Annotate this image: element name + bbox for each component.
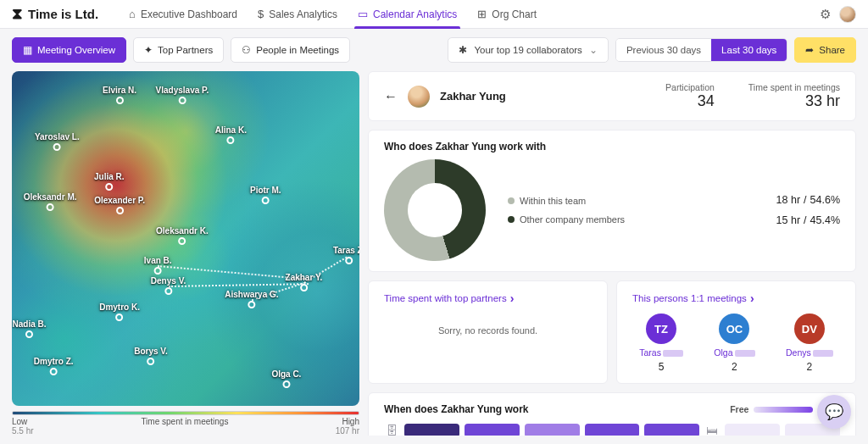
legend-label: Within this team [520, 196, 586, 206]
person-item[interactable]: DVDenys2 [786, 314, 833, 373]
legend-within-team: Within this team [508, 196, 625, 206]
tab-sales-analytics[interactable]: $ Sales Analytics [248, 0, 348, 29]
avatar-initials: DV [794, 314, 825, 344]
profile-name: Zakhar Yung [440, 90, 506, 103]
pin-icon [262, 197, 270, 204]
one-on-one-card: This persons 1:1 meetings › TZTaras5OCOl… [616, 280, 856, 384]
tab-org-chart[interactable]: ⊞ Org Chart [467, 0, 547, 29]
heatmap-node[interactable]: Aishwarya G. [225, 290, 278, 308]
tab-calendar-analytics[interactable]: ▭ Calendar Analytics [348, 0, 467, 29]
briefcase-icon: 🗄 [384, 424, 399, 436]
heatmap-node[interactable]: Dmytro Z. [34, 357, 74, 375]
stat-hours: 18 hr [776, 194, 801, 206]
heatmap-node[interactable]: Yaroslav L. [35, 132, 80, 151]
day-pill [585, 424, 640, 436]
pin-icon [282, 380, 290, 388]
node-label: Alina K. [215, 125, 247, 135]
hourglass-icon: ⧗ [12, 5, 23, 23]
stat-pct: 45.4% [810, 214, 840, 226]
node-label: Nadia B. [12, 319, 46, 329]
node-label: Elvira N. [103, 86, 136, 95]
heatmap-node[interactable]: Ivan B. [144, 256, 172, 275]
node-label: Aishwarya G. [225, 290, 278, 299]
pin-icon [53, 143, 61, 151]
heatmap-node[interactable]: Alina K. [215, 125, 247, 144]
legend-high: High [342, 417, 359, 426]
pin-icon [105, 183, 113, 191]
last-30-days-button[interactable]: Last 30 days [711, 39, 787, 61]
heatmap-node[interactable]: Piotr M. [250, 186, 281, 204]
avatar-initials: OC [719, 314, 749, 344]
day-pill [525, 424, 580, 436]
share-icon: ➦ [805, 44, 814, 56]
meeting-count: 5 [659, 361, 665, 373]
pin-icon [178, 97, 186, 104]
heatmap-node[interactable]: Olexander P. [94, 196, 145, 214]
pin-icon [116, 207, 124, 214]
tab-label: Org Chart [492, 0, 537, 29]
heatmap-node[interactable]: Julia R. [94, 172, 125, 191]
tab-executive-dashboard[interactable]: ⌂ Executive Dashboard [119, 0, 248, 29]
top-partners-button[interactable]: ✦ Top Partners [133, 37, 224, 63]
works-with-card: Who does Zakhar Yung work with Within th… [368, 130, 856, 272]
collaborators-dropdown[interactable]: ✱ Your top 19 collaborators ⌄ [448, 37, 608, 63]
heatmap-node[interactable]: Denys V. [151, 276, 186, 295]
heatmap-node[interactable]: Nadia B. [12, 319, 46, 338]
heatmap-node[interactable]: Zakhar Y. [286, 273, 323, 291]
dot-icon [508, 216, 515, 223]
back-arrow-icon[interactable]: ← [384, 89, 398, 104]
heatmap-node[interactable]: Elvira N. [103, 86, 136, 104]
node-label: Dmytro Z. [34, 357, 74, 366]
legend-title: Time spent in meetings [141, 417, 228, 426]
chevron-down-icon: ⌄ [589, 44, 598, 56]
node-label: Vladyslava P. [156, 86, 209, 95]
node-label: Yaroslav L. [35, 132, 80, 142]
no-records-text: Sorry, no records found. [384, 305, 592, 356]
legend-label: Other company members [520, 214, 625, 225]
legend-low: Low [12, 417, 27, 426]
day-pill [404, 424, 459, 436]
collaboration-heatmap[interactable]: Elvira N.Vladyslava P.Yaroslav L.Alina K… [12, 71, 359, 406]
pin-icon [227, 136, 235, 144]
card-title: Who does Zakhar Yung work with [384, 141, 840, 153]
dot-icon [508, 197, 515, 204]
heatmap-node[interactable]: Oleksandr K. [156, 226, 209, 245]
avatar[interactable] [839, 6, 856, 23]
node-label: Piotr M. [250, 186, 281, 195]
button-label: Share [819, 45, 845, 55]
heatmap-node[interactable]: Oleksandr M. [24, 192, 77, 211]
previous-30-days-button[interactable]: Previous 30 days [616, 39, 711, 61]
pin-icon [50, 368, 58, 375]
sub-toolbar: ▦ Meeting Overview ✦ Top Partners ⚇ Peop… [0, 29, 868, 71]
share-button[interactable]: ➦ Share [794, 37, 856, 63]
person-item[interactable]: TZTaras5 [639, 314, 683, 373]
heatmap-node[interactable]: Taras Z. [333, 246, 359, 264]
one-on-one-link[interactable]: This persons 1:1 meetings › [632, 291, 840, 305]
people-in-meetings-button[interactable]: ⚇ People in Meetings [231, 37, 350, 63]
link-label: This persons 1:1 meetings [632, 293, 747, 303]
node-label: Olga C. [271, 369, 301, 379]
heatmap-node[interactable]: Olga C. [271, 369, 301, 388]
meeting-count: 2 [732, 361, 737, 373]
day-pill [725, 424, 780, 436]
legend-high-value: 107 hr [336, 426, 359, 436]
node-label: Zakhar Y. [286, 273, 323, 282]
person-item[interactable]: OCOlga2 [714, 314, 754, 373]
heatmap-node[interactable]: Vladyslava P. [156, 86, 209, 104]
node-label: Dmytro K. [99, 302, 140, 312]
meeting-overview-button[interactable]: ▦ Meeting Overview [12, 37, 126, 63]
heatmap-node[interactable]: Dmytro K. [99, 302, 140, 321]
node-label: Borys V. [134, 347, 168, 356]
chat-fab[interactable]: 💬 [817, 395, 851, 429]
legend-other-company: Other company members [508, 214, 625, 225]
org-chart-icon: ⊞ [477, 0, 487, 29]
avatar-initials: TZ [646, 314, 676, 344]
metric-value: 33 hr [748, 92, 840, 110]
person-name: Denys [786, 347, 833, 358]
top-partners-link[interactable]: Time spent with top partners › [384, 291, 592, 305]
top-nav: ⧗ Time is Ltd. ⌂ Executive Dashboard $ S… [0, 0, 868, 29]
pin-icon [248, 301, 255, 308]
gear-icon[interactable]: ⚙ [820, 7, 831, 22]
heatmap-node[interactable]: Borys V. [134, 347, 168, 365]
link-label: Time spent with top partners [384, 293, 507, 303]
